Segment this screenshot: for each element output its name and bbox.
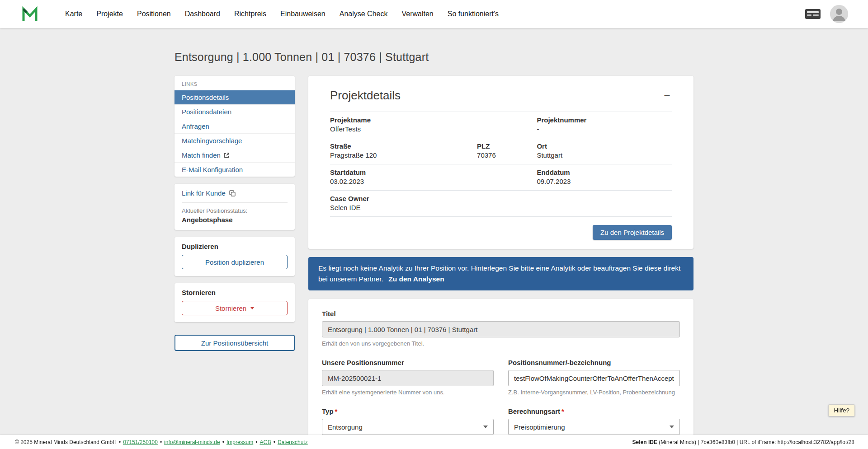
collapse-icon[interactable]: – (662, 89, 672, 101)
sidebar-item-label: Match finden (182, 151, 221, 159)
sidebar-item-anfragen[interactable]: Anfragen (175, 119, 295, 133)
nav-item-einbauweisen[interactable]: Einbauweisen (280, 10, 326, 18)
copyright-text: © 2025 Mineral Minds Deutschland GmbH (15, 439, 117, 445)
startdatum-field: Startdatum 03.02.2023 (330, 168, 537, 185)
chevron-down-icon (483, 426, 488, 428)
typ-select[interactable]: Entsorgung (322, 419, 494, 435)
sidebar: LINKS Positionsdetails Positionsdateien … (175, 76, 295, 351)
sidebar-item-matchingvorschlaege[interactable]: Matchingvorschläge (175, 133, 295, 148)
stornieren-button[interactable]: Stornieren (182, 301, 288, 315)
copy-icon[interactable] (229, 190, 236, 196)
chevron-down-icon (250, 307, 254, 309)
top-navbar: Karte Projekte Positionen Dashboard Rich… (0, 0, 868, 28)
enddatum-field: Enddatum 09.07.2023 (537, 168, 672, 185)
required-mark: * (335, 407, 338, 415)
required-mark: * (561, 407, 564, 415)
duplizieren-heading: Duplizieren (182, 243, 288, 250)
footer-separator: • (274, 439, 275, 445)
titel-help: Erhält den von uns vorgegebenen Titel. (322, 340, 680, 347)
sidebar-item-positionsdateien[interactable]: Positionsdateien (175, 104, 295, 119)
position-status-value: Angebotsphase (182, 216, 288, 224)
nav-item-richtpreis[interactable]: Richtpreis (234, 10, 266, 18)
nav-item-dashboard[interactable]: Dashboard (185, 10, 220, 18)
footer-separator: • (255, 439, 257, 445)
sidebar-item-positionsdetails[interactable]: Positionsdetails (175, 90, 295, 104)
position-duplizieren-button[interactable]: Position duplizieren (182, 255, 288, 269)
sidebar-item-match-finden[interactable]: Match finden (175, 148, 295, 162)
zur-positionsuebersicht-button[interactable]: Zur Positionsübersicht (175, 335, 295, 351)
link-fuer-kunde[interactable]: Link für Kunde (182, 189, 226, 197)
positionsnummer-field: Unsere Positionsnummer Erhält eine syste… (322, 359, 494, 396)
berechnungsart-select-value: Preisoptimierung (514, 423, 565, 431)
ort-field: Ort Stuttgart (537, 142, 672, 159)
analytik-banner: Es liegt noch keine Analytik zu Ihrer Po… (308, 257, 693, 290)
card-reader-icon[interactable] (805, 8, 821, 20)
main-nav: Karte Projekte Positionen Dashboard Rich… (65, 10, 499, 18)
sidebar-item-email-konfiguration[interactable]: E-Mail Konfiguration (175, 162, 295, 177)
positionsnummer-label: Unsere Positionsnummer (322, 359, 494, 366)
projektdetails-card: Projektdetails – Projektname OfferTests … (308, 76, 693, 249)
projektname-field: Projektname OfferTests (330, 116, 537, 133)
analytik-banner-text: Es liegt noch keine Analytik zu Ihrer Po… (318, 264, 680, 283)
impressum-link[interactable]: Impressum (226, 439, 253, 445)
agb-link[interactable]: AGB (259, 439, 271, 445)
typ-label: Typ (322, 407, 334, 415)
nav-item-positionen[interactable]: Positionen (137, 10, 171, 18)
case-owner-field: Case Owner Selen IDE (330, 195, 672, 211)
table-row: Case Owner Selen IDE (330, 190, 672, 216)
zu-den-analysen-link[interactable]: Zu den Analysen (388, 275, 444, 283)
nav-item-projekte[interactable]: Projekte (96, 10, 123, 18)
stornieren-card: Stornieren Stornieren (175, 283, 295, 322)
nav-item-so-funktionierts[interactable]: So funktioniert's (448, 10, 499, 18)
external-link-icon (224, 152, 230, 158)
status-card: Link für Kunde Aktueller Positionsstatus… (175, 184, 295, 230)
bezeichnung-field: Positionsnummer/-bezeichnung Z.B. Intern… (508, 359, 680, 396)
footer-separator: • (160, 439, 162, 445)
footer-separator: • (222, 439, 224, 445)
project-details-table: Projektname OfferTests Projektnummer - S… (330, 112, 672, 217)
bezeichnung-input[interactable] (508, 370, 680, 386)
table-row: Startdatum 03.02.2023 Enddatum 09.07.202… (330, 164, 672, 190)
datenschutz-link[interactable]: Datenschutz (278, 439, 308, 445)
chevron-down-icon (670, 426, 674, 428)
duplizieren-card: Duplizieren Position duplizieren (175, 237, 295, 276)
main-content: Projektdetails – Projektname OfferTests … (308, 76, 693, 449)
session-details: (Mineral Minds) | 7ce360e83fb0 | URL of … (657, 439, 854, 445)
session-user: Selen IDE (632, 439, 657, 445)
footer-left: © 2025 Mineral Minds Deutschland GmbH • … (15, 439, 308, 445)
nav-item-verwalten[interactable]: Verwalten (401, 10, 433, 18)
stornieren-button-label: Stornieren (215, 304, 246, 312)
projektnummer-field: Projektnummer - (537, 116, 672, 133)
hilfe-button[interactable]: Hilfe? (828, 404, 855, 416)
user-avatar-icon[interactable] (830, 5, 848, 23)
nav-item-analyse-check[interactable]: Analyse Check (340, 10, 388, 18)
footer-session-info: Selen IDE (Mineral Minds) | 7ce360e83fb0… (632, 439, 854, 445)
page-title: Entsorgung | 1.000 Tonnen | 01 | 70376 |… (175, 51, 693, 64)
sidebar-links-card: LINKS Positionsdetails Positionsdateien … (175, 76, 295, 177)
plz-field: PLZ 70376 (477, 142, 537, 159)
strasse-field: Straße Pragstraße 120 (330, 142, 477, 159)
stornieren-heading: Stornieren (182, 289, 288, 296)
zu-den-projektdetails-button[interactable]: Zu den Projektdetails (593, 225, 672, 240)
nav-item-karte[interactable]: Karte (65, 10, 82, 18)
position-status-label: Aktueller Positionsstatus: (182, 207, 288, 214)
positionsnummer-help: Erhält eine systemgenerierte Nummer von … (322, 389, 494, 396)
phone-link[interactable]: 07151/250100 (123, 439, 158, 445)
navbar-right (805, 5, 848, 23)
position-form-card: Titel Erhält den von uns vorgegebenen Ti… (308, 299, 693, 449)
table-row: Projektname OfferTests Projektnummer - (330, 112, 672, 138)
berechnungsart-select[interactable]: Preisoptimierung (508, 419, 680, 435)
berechnungsart-label: Berechnungsart (508, 407, 560, 415)
titel-field: Titel Erhält den von uns vorgegebenen Ti… (322, 310, 680, 347)
footer: © 2025 Mineral Minds Deutschland GmbH • … (0, 435, 868, 449)
page-container: Entsorgung | 1.000 Tonnen | 01 | 70376 |… (175, 51, 693, 449)
bezeichnung-help: Z.B. Interne-Vorgangsnummer, LV-Position… (508, 389, 680, 396)
positionsnummer-input (322, 370, 494, 386)
titel-input (322, 321, 680, 337)
bezeichnung-label: Positionsnummer/-bezeichnung (508, 359, 680, 366)
email-link[interactable]: info@mineral-minds.de (164, 439, 220, 445)
mineral-minds-logo[interactable] (20, 4, 40, 24)
typ-select-value: Entsorgung (328, 423, 363, 431)
logo-m-icon (21, 5, 39, 23)
titel-label: Titel (322, 310, 680, 318)
